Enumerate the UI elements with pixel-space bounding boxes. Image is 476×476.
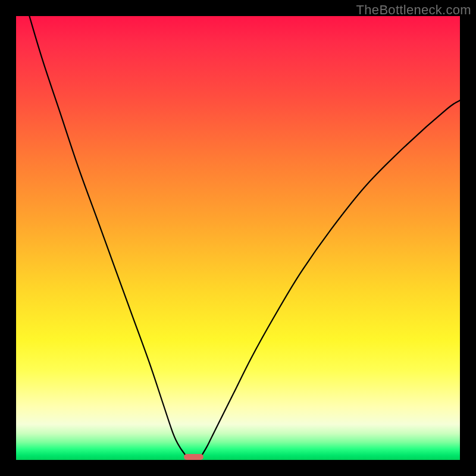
curve-left [29,16,188,460]
plot-area [16,16,460,460]
chart-frame: TheBottleneck.com [0,0,476,476]
watermark-text: TheBottleneck.com [356,2,471,18]
curve-right [199,101,460,460]
min-marker [184,454,204,460]
curve-layer [16,16,460,460]
